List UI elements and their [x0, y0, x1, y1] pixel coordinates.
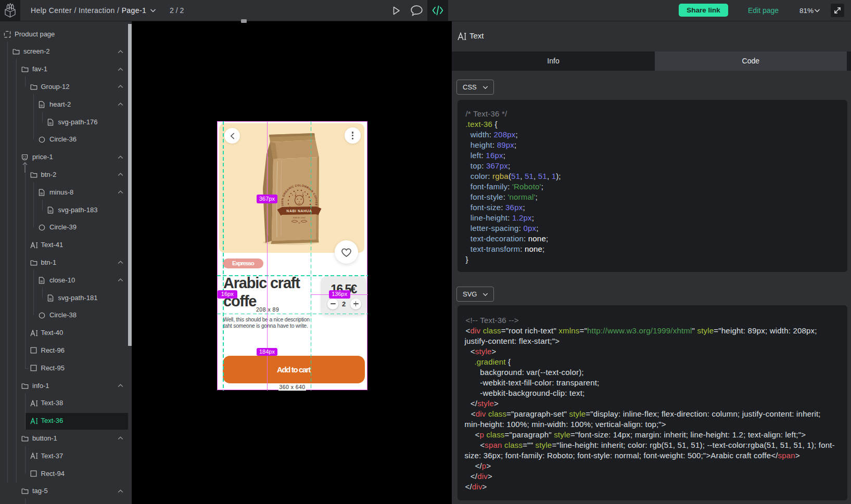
svg-text:NABI NAHUA: NABI NAHUA: [286, 209, 312, 213]
svg-text:SINCE 1932: SINCE 1932: [293, 217, 306, 219]
